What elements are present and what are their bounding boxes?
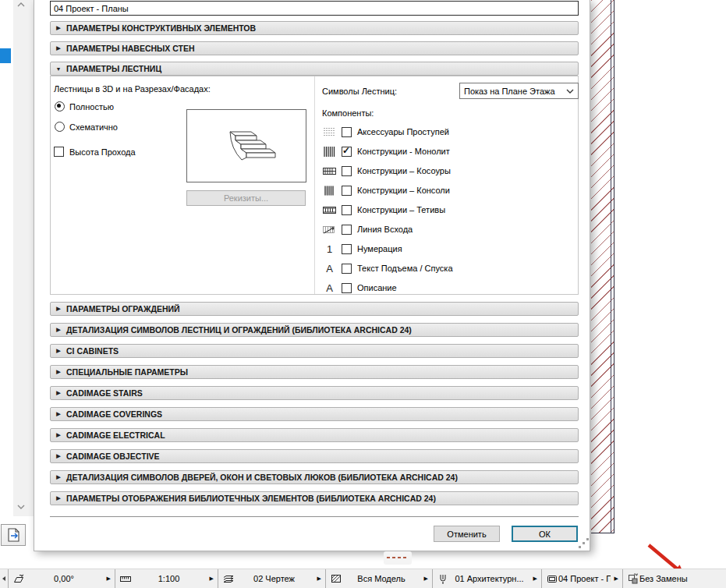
favorites-button[interactable]: [1, 524, 26, 546]
component-checkbox[interactable]: [342, 225, 352, 235]
section-library-display-params[interactable]: ▶ ПАРАМЕТРЫ ОТОБРАЖЕНИЯ БИБЛИОТЕЧНЫХ ЭЛЕ…: [50, 491, 579, 505]
headroom-checkbox[interactable]: [54, 147, 64, 157]
stairs-3d-group-label: Лестницы в 3D и на Разрезах/Фасадах:: [54, 84, 211, 94]
scroll-up-icon[interactable]: [16, 2, 26, 8]
grid-stripes-icon: [322, 165, 337, 176]
wall-line: [611, 0, 611, 533]
statusbar-pen-set[interactable]: 01 Архитектурн... ▶: [432, 569, 541, 588]
statusbar-renovation[interactable]: Без Замены: [622, 569, 692, 588]
flyout-arrow-icon[interactable]: ▶: [611, 576, 618, 582]
radio-full[interactable]: [55, 101, 65, 112]
component-row: Конструкции – Косоуры: [322, 164, 451, 178]
section-curtain-wall-params[interactable]: ▶ ПАРАМЕТРЫ НАВЕСНЫХ СТЕН: [50, 41, 579, 55]
cancel-button[interactable]: Отменить: [434, 526, 500, 542]
component-checkbox[interactable]: [342, 147, 352, 157]
section-special-params[interactable]: ▶ СПЕЦИАЛЬНЫЕ ПАРАМЕТРЫ: [50, 365, 579, 379]
section-cadimage-objective[interactable]: ▶ CADIMAGE OBJECTIVE: [50, 449, 579, 463]
component-row: Конструкции – Консоли: [322, 183, 450, 197]
model-view-value: Вся Модель: [342, 574, 420, 583]
section-label: CADIMAGE STAIRS: [66, 388, 143, 398]
section-label: ПАРАМЕТРЫ КОНСТРУКТИВНЫХ ЭЛЕМЕНТОВ: [66, 23, 256, 33]
component-label: Текст Подъема / Спуска: [357, 264, 453, 273]
view-settings-dialog: ▶ ПАРАМЕТРЫ КОНСТРУКТИВНЫХ ЭЛЕМЕНТОВ ▶ П…: [34, 0, 590, 551]
chevron-right-icon: ▶: [51, 495, 66, 501]
chevron-right-icon: ▶: [51, 390, 66, 396]
section-label: CADIMAGE COVERINGS: [66, 409, 162, 419]
flyout-arrow-icon[interactable]: ▶: [206, 576, 214, 582]
section-door-window-symbol-detail[interactable]: ▶ ДЕТАЛИЗАЦИЯ СИМВОЛОВ ДВЕРЕЙ, ОКОН И СВ…: [50, 470, 579, 484]
component-checkbox[interactable]: [342, 186, 352, 196]
component-label: Описание: [357, 283, 397, 292]
section-stair-params[interactable]: ▼ ПАРАМЕТРЫ ЛЕСТНИЦ: [50, 62, 579, 76]
active-tool-highlight[interactable]: [0, 48, 11, 63]
pen-set-icon: [437, 572, 449, 585]
flyout-arrow-icon[interactable]: ▶: [313, 576, 321, 582]
statusbar-angle[interactable]: 0,00° ▶: [8, 569, 115, 588]
section-cadimage-electrical[interactable]: ▶ CADIMAGE ELECTRICAL: [50, 428, 579, 442]
panel-divider: [314, 76, 315, 294]
component-row: A Текст Подъема / Спуска: [322, 261, 453, 275]
number-one-icon: 1: [322, 243, 337, 254]
component-label: Конструкции – Тетивы: [357, 205, 445, 214]
statusbar-scroll-left-icon[interactable]: [0, 569, 8, 588]
radio-schematic-label: Схематично: [69, 122, 118, 132]
component-label: Конструкции – Консоли: [357, 186, 450, 195]
section-cadimage-coverings[interactable]: ▶ CADIMAGE COVERINGS: [50, 407, 579, 421]
chevron-right-icon: ▶: [51, 474, 66, 480]
toolbox-scroll-strip[interactable]: [13, 0, 34, 516]
chevron-down-icon: [566, 89, 574, 94]
ok-button[interactable]: ОК: [512, 526, 578, 542]
section-stair-railing-symbol-detail[interactable]: ▶ ДЕТАЛИЗАЦИЯ СИМВОЛОВ ЛЕСТНИЦ И ОГРАЖДЕ…: [50, 323, 579, 337]
component-row: Аксессуары Проступей: [322, 125, 449, 139]
chevron-right-icon: ▶: [51, 348, 66, 354]
section-label: CADIMAGE ELECTRICAL: [66, 430, 165, 440]
statusbar-layer[interactable]: 02 Чертеж ▶: [218, 569, 325, 588]
renovation-value: Без Замены: [639, 574, 688, 583]
component-checkbox[interactable]: [342, 264, 352, 274]
radio-schematic[interactable]: [55, 122, 65, 132]
flyout-arrow-icon[interactable]: ▶: [420, 576, 428, 582]
section-railing-params[interactable]: ▶ ПАРАМЕТРЫ ОГРАЖДЕНИЙ: [50, 302, 579, 316]
model-view-icon: [330, 572, 342, 585]
component-label: Линия Всхода: [357, 225, 413, 234]
stair-symbols-label: Символы Лестниц:: [322, 87, 397, 96]
section-ci-cabinets[interactable]: ▶ CI CABINETS: [50, 344, 579, 358]
pen-set-value: 01 Архитектурн...: [449, 574, 529, 583]
statusbar-scale[interactable]: 1:100 ▶: [115, 569, 218, 588]
scale-ruler-icon: [119, 572, 132, 585]
statusbar-viewpoint[interactable]: 04 Проект - Пл... ▶: [541, 569, 622, 588]
component-label: Конструкции – Косоуры: [357, 166, 451, 175]
chevron-right-icon: ▶: [51, 369, 66, 375]
component-checkbox[interactable]: [342, 283, 352, 293]
section-label: CADIMAGE OBJECTIVE: [66, 452, 160, 461]
component-row: Конструкции – Тетивы: [322, 203, 445, 217]
component-row: Линия Всхода: [322, 222, 413, 236]
section-cadimage-stairs[interactable]: ▶ CADIMAGE STAIRS: [50, 386, 579, 400]
walking-line-icon: [322, 224, 337, 235]
statusbar-model-view[interactable]: Вся Модель ▶: [325, 569, 432, 588]
component-checkbox[interactable]: [342, 127, 352, 137]
comb-stripes-icon: [322, 185, 337, 196]
flyout-arrow-icon[interactable]: ▶: [529, 576, 537, 582]
rotation-angle-icon: [12, 572, 25, 585]
section-label: CI CABINETS: [66, 346, 119, 356]
symbols-dropdown[interactable]: Показ на Плане Этажа: [459, 83, 579, 99]
attributes-button[interactable]: Рекизиты...: [186, 190, 306, 206]
headroom-label: Высота Прохода: [69, 147, 136, 157]
dashed-mark: [384, 551, 412, 565]
section-label: СПЕЦИАЛЬНЫЕ ПАРАМЕТРЫ: [66, 367, 188, 377]
component-checkbox[interactable]: [342, 244, 352, 254]
component-checkbox[interactable]: [342, 166, 352, 176]
section-structural-params[interactable]: ▶ ПАРАМЕТРЫ КОНСТРУКТИВНЫХ ЭЛЕМЕНТОВ: [50, 21, 579, 35]
scroll-down-icon[interactable]: [16, 504, 26, 510]
page-arrow-icon: [5, 527, 22, 543]
component-label: Нумерация: [357, 244, 402, 253]
stair-3d-drawing: [187, 110, 304, 180]
component-label: Конструкции - Монолит: [357, 147, 450, 156]
floorplan-wall-hatch: [591, 0, 614, 533]
view-name-input[interactable]: [50, 1, 579, 16]
layer-value: 02 Чертеж: [235, 574, 313, 583]
component-checkbox[interactable]: [342, 205, 352, 215]
resize-grip[interactable]: [583, 542, 585, 544]
flyout-arrow-icon[interactable]: ▶: [103, 576, 111, 582]
